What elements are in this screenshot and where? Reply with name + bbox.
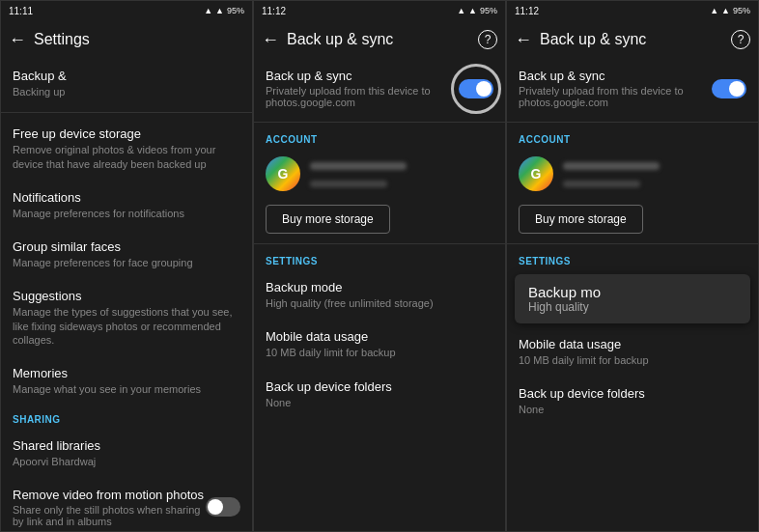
account-name-blurred-2	[563, 162, 660, 170]
backup-title: Backup &	[13, 69, 240, 83]
shared-libraries-subtitle: Apoorvi Bhardwaj	[13, 455, 240, 468]
memories-item[interactable]: Memories Manage what you see in your mem…	[1, 356, 252, 406]
account-label-2: ACCOUNT	[507, 126, 758, 149]
buy-storage-btn-1[interactable]: Buy more storage	[266, 205, 390, 234]
status-icons-2: ▲ ▲ 95%	[457, 6, 497, 15]
free-up-item[interactable]: Free up device storage Remove original p…	[1, 117, 252, 181]
top-bar-2: ← Back up & sync ?	[254, 20, 505, 59]
account-row-1[interactable]: G	[254, 149, 505, 199]
backup-mode-item-1[interactable]: Backup mode High quality (free unlimited…	[254, 270, 505, 320]
backup-mode-title-1: Backup mode	[266, 280, 493, 294]
battery-icon: 95%	[227, 6, 244, 15]
backup-mode-subtitle-1: High quality (free unlimited storage)	[266, 296, 493, 310]
account-info-1	[310, 156, 493, 191]
account-label-1: ACCOUNT	[254, 126, 505, 149]
divider-1	[1, 112, 252, 113]
wifi-icon: ▲	[215, 6, 224, 15]
backup-sync-toggle-2[interactable]	[712, 79, 746, 98]
divider-5	[507, 243, 758, 244]
sharing-label: SHARING	[1, 406, 252, 429]
backup-subtitle: Backing up	[13, 85, 240, 98]
back-button-2[interactable]: ←	[262, 30, 279, 50]
notifications-item[interactable]: Notifications Manage preferences for not…	[1, 181, 252, 230]
status-bar-1: 11:11 ▲ ▲ 95%	[1, 1, 252, 20]
suggestions-subtitle: Manage the types of suggestions that you…	[13, 305, 240, 347]
device-folders-subtitle-1: None	[266, 396, 493, 409]
backup-mode-popup[interactable]: Backup mo High quality	[515, 274, 750, 323]
account-row-2[interactable]: G	[507, 149, 758, 199]
settings-label-1: SETTINGS	[254, 248, 505, 270]
device-folders-item-2[interactable]: Back up device folders None	[507, 377, 758, 426]
account-info-2	[563, 156, 746, 191]
avatar-1: G	[266, 156, 300, 191]
panel-backup-sync-2: 11:12 ▲ ▲ 95% ← Back up & sync ? Back up…	[506, 0, 759, 532]
popup-title: Backup mo	[528, 284, 737, 300]
status-bar-3: 11:12 ▲ ▲ 95%	[507, 1, 758, 20]
backup-sync-subtitle-2: Privately upload from this device to pho…	[266, 85, 459, 108]
backup-toggle-row-2: Back up & sync Privately upload from thi…	[507, 59, 758, 118]
group-faces-item[interactable]: Group similar faces Manage preferences f…	[1, 230, 252, 279]
memories-title: Memories	[13, 366, 240, 380]
popup-subtitle: High quality	[528, 300, 737, 314]
account-email-blurred-2	[563, 181, 640, 187]
settings-content: Backup & Backing up Free up device stora…	[1, 59, 252, 531]
free-up-subtitle: Remove original photos & videos from you…	[13, 143, 240, 171]
backup-sync-toggle-1[interactable]	[459, 79, 493, 98]
status-time-1: 11:11	[9, 6, 33, 16]
account-name-blurred-1	[310, 162, 407, 170]
page-title-3: Back up & sync	[540, 31, 723, 48]
status-time-2: 11:12	[262, 6, 286, 16]
suggestions-item[interactable]: Suggestions Manage the types of suggesti…	[1, 279, 252, 356]
group-faces-title: Group similar faces	[13, 239, 240, 254]
backup-mode-container: Backup mo High quality	[507, 274, 758, 323]
page-title-1: Settings	[34, 31, 244, 48]
device-folders-title-1: Back up device folders	[266, 379, 493, 394]
backup-sync-subtitle-3: Privately upload from this device to pho…	[519, 85, 712, 108]
battery-icon-2: 95%	[480, 6, 497, 15]
status-icons-3: ▲ ▲ 95%	[710, 6, 750, 15]
toggle-highlight-area	[459, 79, 493, 98]
backup-toggle-row-1: Back up & sync Privately upload from thi…	[254, 59, 505, 118]
backup-mode-section: SETTINGS Backup mo High quality Mobile d…	[507, 248, 758, 427]
backup-toggle-info-1: Back up & sync Privately upload from thi…	[266, 69, 459, 108]
shared-libraries-item[interactable]: Shared libraries Apoorvi Bhardwaj	[1, 429, 252, 478]
settings-label-2: SETTINGS	[507, 248, 758, 270]
suggestions-title: Suggestions	[13, 289, 240, 303]
group-faces-subtitle: Manage preferences for face grouping	[13, 256, 240, 269]
signal-icon-3: ▲	[710, 6, 718, 15]
back-button-1[interactable]: ←	[9, 30, 26, 50]
back-button-3[interactable]: ←	[515, 30, 532, 50]
page-title-2: Back up & sync	[287, 31, 470, 48]
panel-backup-sync-1: 11:12 ▲ ▲ 95% ← Back up & sync ? Back up…	[253, 0, 506, 532]
backup-sync-title-3: Back up & sync	[519, 69, 712, 83]
buy-storage-btn-2[interactable]: Buy more storage	[519, 205, 643, 234]
free-up-title: Free up device storage	[13, 126, 240, 141]
shared-libraries-title: Shared libraries	[13, 438, 240, 453]
battery-icon-3: 95%	[733, 6, 750, 15]
mobile-data-title-1: Mobile data usage	[266, 329, 493, 344]
signal-icon-2: ▲	[457, 6, 465, 15]
remove-video-toggle[interactable]	[206, 497, 240, 517]
signal-icon: ▲	[204, 6, 212, 15]
mobile-data-subtitle-1: 10 MB daily limit for backup	[266, 346, 493, 359]
divider-4	[507, 122, 758, 123]
remove-video-info: Remove video from motion photos Share on…	[13, 488, 206, 527]
help-button-2[interactable]: ?	[478, 30, 497, 49]
status-bar-2: 11:12 ▲ ▲ 95%	[254, 1, 505, 20]
panel-settings: 11:11 ▲ ▲ 95% ← Settings Backup & Backin…	[0, 0, 253, 532]
status-time-3: 11:12	[515, 6, 539, 16]
divider-2	[254, 122, 505, 123]
remove-video-toggle-row: Remove video from motion photos Share on…	[1, 478, 252, 531]
memories-subtitle: Manage what you see in your memories	[13, 382, 240, 396]
mobile-data-item-1[interactable]: Mobile data usage 10 MB daily limit for …	[254, 320, 505, 369]
remove-video-title: Remove video from motion photos	[13, 488, 206, 502]
notifications-subtitle: Manage preferences for notifications	[13, 207, 240, 220]
top-bar-1: ← Settings	[1, 20, 252, 59]
device-folders-item-1[interactable]: Back up device folders None	[254, 370, 505, 419]
remove-video-subtitle: Share only the still photos when sharing…	[13, 504, 206, 527]
avatar-2: G	[519, 156, 553, 191]
backup-header-item[interactable]: Backup & Backing up	[1, 59, 252, 108]
backup-sync-content-1: Back up & sync Privately upload from thi…	[254, 59, 505, 531]
help-button-3[interactable]: ?	[731, 30, 750, 49]
mobile-data-item-2[interactable]: Mobile data usage 10 MB daily limit for …	[507, 327, 758, 377]
